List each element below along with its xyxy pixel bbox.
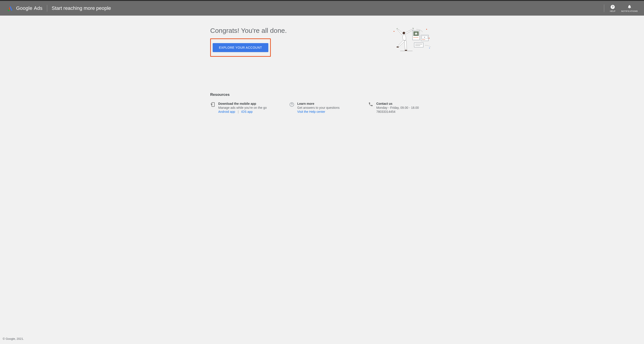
svg-point-13 [418,37,418,38]
svg-point-10 [414,37,415,38]
resource-grid: Download the mobile app Manage ads while… [210,102,434,114]
svg-point-27 [405,50,407,51]
cta-highlight-box: EXPLORE YOUR ACCOUNT [210,38,271,57]
resources-title: Resources [210,92,434,97]
resource-title: Contact us [376,102,419,105]
header-actions-divider [604,4,604,12]
svg-point-12 [416,37,417,38]
notifications-label: NOTIFICATIONS [621,10,638,12]
resource-desc: Manage ads while you're on the go [218,106,267,109]
header-divider [47,5,47,11]
help-circle-icon [289,102,294,107]
page-heading: Congrats! You're all done. [210,27,287,34]
svg-point-19 [424,39,425,40]
resource-hours: Monday - Friday, 09.00 - 18.00 [376,106,419,109]
svg-point-6 [429,48,430,48]
resource-desc: Get answers to your questions [297,106,340,109]
resource-contact-us: Contact us Monday - Friday, 09.00 - 18.0… [368,102,434,114]
resource-learn-more: Learn more Get answers to your questions… [289,102,355,114]
brand-name: Google [16,5,32,11]
svg-point-9 [414,37,414,38]
svg-point-3 [394,31,394,32]
google-ads-logo-icon [6,5,13,11]
header-actions: ? HELP NOTIFICATIONS [604,4,638,12]
help-icon: ? [610,4,615,9]
notifications-button[interactable]: NOTIFICATIONS [621,4,638,12]
help-button[interactable]: ? HELP [608,4,617,12]
resource-title: Download the mobile app [218,102,267,105]
svg-rect-21 [415,44,422,45]
brand-text: Google Ads [16,5,42,11]
svg-point-26 [396,46,399,47]
resource-download-app: Download the mobile app Manage ads while… [210,102,276,114]
svg-point-11 [416,37,416,38]
brand-suffix: Ads [34,5,42,11]
ios-app-link[interactable]: iOS app [241,110,253,113]
svg-rect-22 [415,45,420,46]
resources-section: Resources Download the mobile app Manage… [210,92,434,114]
footer: © Google, 2021. [0,335,644,344]
svg-rect-25 [412,28,414,29]
phone-icon [368,102,374,107]
explore-account-button[interactable]: EXPLORE YOUR ACCOUNT [213,43,268,52]
svg-point-0 [8,9,10,11]
link-separator: | [236,110,240,113]
svg-point-31 [292,105,292,106]
svg-point-5 [429,38,430,39]
logo-area: Google Ads [6,5,42,11]
svg-rect-20 [414,43,423,47]
app-header: Google Ads Start reaching more people ? … [0,1,644,16]
resource-phone: 78033314454 [376,110,419,113]
help-center-link[interactable]: Visit the Help center [297,110,325,113]
download-app-icon [210,102,216,107]
android-app-link[interactable]: Android app [218,110,235,113]
copyright-text: © Google, 2021. [3,337,24,341]
help-label: HELP [610,10,616,12]
svg-rect-24 [396,28,398,29]
heading-block: Congrats! You're all done. EXPLORE YOUR … [210,27,287,57]
main-content: Congrats! You're all done. EXPLORE YOUR … [0,16,644,335]
page-subtitle: Start reaching more people [52,5,111,11]
celebration-illustration [391,27,434,54]
svg-point-18 [424,39,424,40]
svg-point-4 [426,29,427,30]
svg-text:?: ? [612,5,614,8]
bell-icon [627,4,632,9]
svg-point-17 [423,39,423,40]
resource-title: Learn more [297,102,340,105]
svg-point-16 [422,39,422,40]
